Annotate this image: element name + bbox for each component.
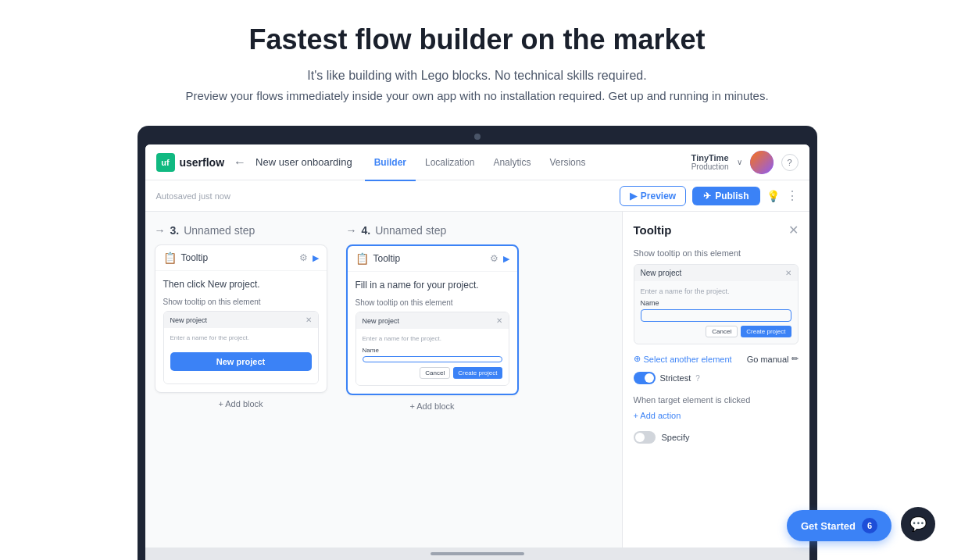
specify-toggle[interactable] <box>634 431 656 444</box>
strictest-row: Strictest ? <box>634 372 799 384</box>
step-4-column: → 4. Unnamed step 📋 Tooltip ⚙ ▶ <box>337 212 528 548</box>
element-actions-row: Cancel Create project <box>641 326 791 337</box>
tab-builder[interactable]: Builder <box>365 154 416 171</box>
tab-localization[interactable]: Localization <box>416 154 484 171</box>
step-4-mini-app: New project ✕ Enter a name for the proje… <box>356 312 509 386</box>
select-element-row: ⊕ Select another element Go manual ✏ <box>634 354 799 364</box>
strictest-toggle[interactable] <box>634 372 656 384</box>
step-4-content: Fill in a name for your project. Show to… <box>348 272 517 394</box>
step-3-content: Then click New project. Show tooltip on … <box>155 271 327 392</box>
element-hint: Enter a name for the project. <box>641 287 791 295</box>
help-icon[interactable]: ? <box>781 154 799 171</box>
preview-button[interactable]: ▶ Preview <box>620 186 686 206</box>
select-element-button[interactable]: ⊕ Select another element <box>634 354 732 364</box>
avatar-image <box>750 151 774 174</box>
element-preview-title: New project <box>641 269 682 277</box>
panel-close-button[interactable]: ✕ <box>788 223 799 237</box>
step-3-column: → 3. Unnamed step 📋 Tooltip ⚙ ▶ <box>145 212 337 548</box>
step-4-block-type: Tooltip <box>373 253 485 264</box>
step-4-create-btn[interactable]: Create project <box>453 367 502 379</box>
add-action-label: + Add action <box>634 411 681 420</box>
tab-analytics[interactable]: Analytics <box>484 154 540 171</box>
gear-icon-3[interactable]: ⚙ <box>299 252 308 263</box>
laptop-camera <box>474 134 481 140</box>
tooltip-icon-3: 📋 <box>163 251 177 264</box>
step-3-mini-title: New project <box>170 316 208 324</box>
go-manual-label: Go manual <box>747 355 789 364</box>
element-preview-close: ✕ <box>785 269 791 277</box>
step-4-input[interactable] <box>363 356 502 362</box>
publish-button[interactable]: ✈ Publish <box>692 187 759 205</box>
step-4-add-block[interactable]: + Add block <box>346 401 519 411</box>
workspace-info: TinyTime Production <box>691 153 729 171</box>
panel-header: Tooltip ✕ <box>634 223 799 237</box>
avatar <box>750 151 774 174</box>
action-bar-right: ▶ Preview ✈ Publish 💡 ⋮ <box>620 186 799 206</box>
app-logo: uf userflow <box>156 153 225 172</box>
step-4-name: Unnamed step <box>375 224 446 237</box>
select-element-label: Select another element <box>644 355 732 364</box>
panel-title: Tooltip <box>634 223 672 237</box>
app-topbar: uf userflow ← New user onboarding Builde… <box>145 144 809 180</box>
strictest-help-icon[interactable]: ? <box>695 374 700 383</box>
more-options-icon[interactable]: ⋮ <box>786 188 799 203</box>
add-action-button[interactable]: + Add action <box>634 411 799 420</box>
app-nav: Builder Localization Analytics Versions <box>365 154 595 171</box>
step-4-cancel-btn[interactable]: Cancel <box>420 367 450 379</box>
play-icon: ▶ <box>630 191 637 202</box>
step-4-arrow: → <box>346 224 357 237</box>
chat-button[interactable]: 💬 <box>901 507 935 541</box>
new-project-button[interactable]: New project <box>170 352 312 371</box>
step-3-text: Then click New project. <box>163 279 319 290</box>
step-4-card[interactable]: 📋 Tooltip ⚙ ▶ Fill in a name for your pr… <box>346 244 519 395</box>
laptop-mockup: uf userflow ← New user onboarding Builde… <box>138 126 817 560</box>
add-block-4-label: + Add block <box>409 401 454 411</box>
step-3-arrow: → <box>155 224 166 237</box>
element-label: Name <box>641 299 791 307</box>
back-arrow[interactable]: ← <box>234 155 246 169</box>
autosave-text: Autosaved just now <box>156 191 230 201</box>
step-3-block-type: Tooltip <box>181 252 295 263</box>
element-create-btn[interactable]: Create project <box>741 326 791 337</box>
app-body: → 3. Unnamed step 📋 Tooltip ⚙ ▶ <box>145 212 809 548</box>
go-manual-button[interactable]: Go manual ✏ <box>747 354 799 364</box>
page-subtitle: It's like building with Lego blocks. No … <box>307 69 646 83</box>
specify-row: Specify <box>634 431 799 444</box>
workspace-name: TinyTime <box>691 153 729 162</box>
element-preview-header: New project ✕ <box>634 265 798 281</box>
flow-name: New user onboarding <box>255 156 352 168</box>
lightbulb-icon[interactable]: 💡 <box>766 190 780 202</box>
tooltip-icon-4: 📋 <box>356 252 369 265</box>
specify-label: Specify <box>662 433 690 442</box>
step-4-toolbar: 📋 Tooltip ⚙ ▶ <box>348 246 517 272</box>
step-4-mini-actions: Cancel Create project <box>363 367 502 379</box>
get-started-button[interactable]: Get Started 6 <box>787 510 891 541</box>
step-3-card[interactable]: 📋 Tooltip ⚙ ▶ Then click New project. Sh… <box>155 244 327 393</box>
step-3-mini-hint: Enter a name for the project. <box>170 334 312 341</box>
step-4-mini-close: ✕ <box>496 316 502 325</box>
step-4-mini-title: New project <box>363 317 400 325</box>
edit-icon: ✏ <box>791 354 799 364</box>
step-4-section-label: Show tooltip on this element <box>356 298 509 307</box>
flow-canvas: → 3. Unnamed step 📋 Tooltip ⚙ ▶ <box>145 212 622 548</box>
workspace-chevron[interactable]: ∨ <box>737 158 742 166</box>
play-icon-3[interactable]: ▶ <box>313 253 319 263</box>
step-3-section-label: Show tooltip on this element <box>163 298 319 306</box>
right-panel: Tooltip ✕ Show tooltip on this element N… <box>622 212 809 548</box>
step-3-add-block[interactable]: + Add block <box>155 399 327 408</box>
gear-icon-4[interactable]: ⚙ <box>490 253 498 264</box>
play-icon-4[interactable]: ▶ <box>503 254 509 264</box>
element-input-box <box>641 309 791 322</box>
element-cancel-btn[interactable]: Cancel <box>706 326 738 337</box>
logo-label: userflow <box>180 156 225 169</box>
step-3-header: → 3. Unnamed step <box>155 224 327 237</box>
step-3-mini-header: New project ✕ <box>164 312 318 328</box>
topbar-right: TinyTime Production ∨ ? <box>691 151 799 174</box>
chat-icon: 💬 <box>909 515 927 533</box>
step-3-toolbar: 📋 Tooltip ⚙ ▶ <box>155 245 327 271</box>
step-4-number: 4. <box>362 224 371 237</box>
add-block-3-label: + Add block <box>218 399 263 408</box>
step-3-mini-close: ✕ <box>305 316 312 324</box>
step-4-header: → 4. Unnamed step <box>346 224 519 237</box>
tab-versions[interactable]: Versions <box>540 154 595 171</box>
